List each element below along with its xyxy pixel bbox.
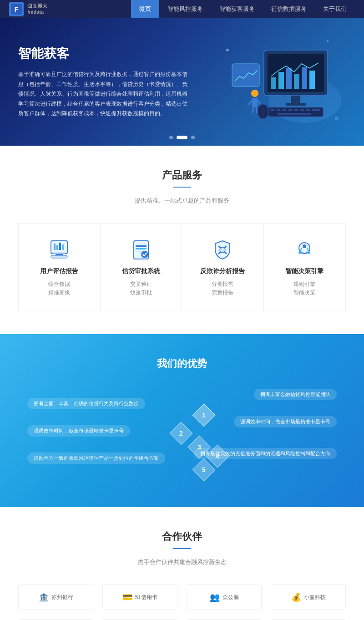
svg-point-50 bbox=[220, 247, 225, 253]
advantages-section: 我们的优势 拥有全面、丰富、准确的信贷行为及跨行业数据 强调效率时间，做全市场最… bbox=[0, 334, 364, 507]
hero-description: 基于准确可靠且广泛的信贷行为及跨行业数据，通过客户的身份基本信息（包括年龄、工作… bbox=[18, 70, 191, 119]
svg-rect-27 bbox=[252, 98, 258, 107]
svg-rect-21 bbox=[312, 109, 320, 111]
product-item-3[interactable]: 反欺诈分析报告 分类报告 完整报告 bbox=[182, 224, 264, 311]
svg-rect-22 bbox=[278, 113, 311, 115]
hero-dots bbox=[169, 136, 195, 139]
partners-divider bbox=[173, 548, 191, 549]
product-icon-3 bbox=[210, 237, 235, 263]
node-4-num: 4 bbox=[216, 452, 219, 460]
product-icon-4 bbox=[292, 237, 317, 263]
svg-rect-40 bbox=[56, 245, 58, 250]
nav-data[interactable]: 征信数据服务 bbox=[263, 0, 315, 18]
dot-1[interactable] bbox=[169, 136, 173, 139]
svg-rect-18 bbox=[294, 109, 298, 111]
products-section: 产品服务 提供精准、一站式卓越的产品和服务 用户评估报告 综合数据 bbox=[0, 146, 364, 334]
product-name-3: 反欺诈分析报告 bbox=[200, 267, 245, 275]
product-icon-1 bbox=[46, 237, 72, 263]
svg-rect-36 bbox=[53, 252, 66, 254]
product-item-1[interactable]: 用户评估报告 综合数据 精准画像 bbox=[19, 224, 101, 311]
product-icon-2 bbox=[128, 237, 154, 263]
adv-label-0: 拥有丰富金融信贷风控智能团队 bbox=[254, 389, 337, 400]
hero-title: 智能获客 bbox=[18, 45, 191, 62]
product-item-2[interactable]: 信贷审批系统 交叉验证 快速审批 bbox=[101, 224, 182, 311]
logo-text: 囧叉翟大 fnidata bbox=[27, 3, 47, 15]
svg-rect-20 bbox=[306, 109, 310, 111]
svg-rect-44 bbox=[136, 245, 147, 247]
navbar: F 囧叉翟大 fnidata 微页 智能风控服务 智能获客服务 征信数据服务 关… bbox=[0, 0, 364, 18]
svg-rect-46 bbox=[136, 251, 143, 252]
svg-point-56 bbox=[308, 251, 310, 254]
partner-icon-2: 💳 bbox=[122, 592, 132, 602]
svg-rect-19 bbox=[300, 109, 304, 111]
partner-2[interactable]: 💳 51信用卡 bbox=[102, 584, 177, 610]
products-divider bbox=[173, 187, 191, 188]
svg-rect-6 bbox=[278, 72, 284, 89]
svg-line-30 bbox=[253, 107, 253, 113]
partner-4[interactable]: 💰 小赢科技 bbox=[271, 584, 346, 610]
svg-rect-8 bbox=[294, 74, 299, 89]
partner-icon-1: 🏦 bbox=[39, 592, 49, 602]
product-desc-2: 交叉验证 快速审批 bbox=[130, 280, 152, 297]
svg-rect-10 bbox=[309, 71, 315, 89]
svg-rect-15 bbox=[277, 109, 280, 111]
partner-icon-4: 💰 bbox=[291, 592, 301, 602]
adv-label-3: 强调效率时间，做全市场最精准卡里卡号 bbox=[27, 425, 130, 437]
navbar-menu: 微页 智能风控服务 智能获客服务 征信数据服务 关于我们 bbox=[131, 0, 355, 18]
dot-2[interactable] bbox=[177, 136, 187, 139]
products-title: 产品服务 bbox=[18, 168, 346, 182]
svg-rect-9 bbox=[302, 67, 307, 89]
advantages-diagram: 拥有全面、丰富、准确的信贷行为及跨行业数据 强调效率时间，做全市场最精准卡里卡号… bbox=[18, 384, 346, 484]
partners-title: 合作伙伴 bbox=[18, 530, 346, 544]
hero-illustration bbox=[191, 27, 346, 137]
nav-risk[interactable]: 智能风控服务 bbox=[159, 0, 211, 18]
svg-rect-17 bbox=[288, 109, 292, 111]
node-5-num: 5 bbox=[202, 466, 206, 473]
partners-grid: 🏦 苏州银行 💳 51信用卡 👥 众公源 💰 小赢科技 📊 证大财富 🏛 国家金… bbox=[18, 584, 346, 620]
partner-1[interactable]: 🏦 苏州银行 bbox=[18, 584, 93, 610]
hero-section: 智能获客 基于准确可靠且广泛的信贷行为及跨行业数据，通过客户的身份基本信息（包括… bbox=[0, 18, 364, 146]
product-item-4[interactable]: 智能决策引擎 规则引擎 智能决策 bbox=[264, 224, 346, 311]
partner-name-1: 苏州银行 bbox=[51, 594, 73, 601]
svg-rect-5 bbox=[271, 77, 276, 89]
svg-point-52 bbox=[303, 244, 306, 248]
svg-point-34 bbox=[335, 117, 339, 120]
product-desc-1: 综合数据 精准画像 bbox=[48, 280, 70, 297]
svg-point-33 bbox=[327, 40, 329, 42]
svg-rect-38 bbox=[51, 255, 67, 258]
svg-rect-11 bbox=[291, 96, 300, 103]
products-grid: 用户评估报告 综合数据 精准画像 信贷审批系统 交叉验证 bbox=[18, 223, 346, 311]
partner-icon-3: 👥 bbox=[210, 592, 220, 602]
dot-3[interactable] bbox=[191, 136, 195, 139]
partners-section: 合作伙伴 携手合作伙伴共建金融风控新生态 🏦 苏州银行 💳 51信用卡 👥 众公… bbox=[0, 507, 364, 620]
svg-point-55 bbox=[298, 251, 301, 254]
svg-line-28 bbox=[248, 100, 252, 105]
svg-point-32 bbox=[226, 49, 229, 51]
svg-rect-13 bbox=[268, 107, 323, 117]
hero-content: 智能获客 基于准确可靠且广泛的信贷行为及跨行业数据，通过客户的身份基本信息（包括… bbox=[18, 45, 191, 119]
svg-rect-12 bbox=[286, 103, 306, 106]
adv-label-2: 强调效率时间，做全市场最精准卡里卡号 bbox=[234, 416, 337, 427]
svg-text:F: F bbox=[15, 6, 19, 13]
product-name-2: 信贷审批系统 bbox=[122, 267, 160, 275]
adv-label-4: 搭配全方一致的收款风控评估产品一步到位的全组合方案 bbox=[27, 452, 165, 464]
svg-line-31 bbox=[256, 107, 257, 113]
svg-rect-39 bbox=[54, 244, 56, 250]
partner-3[interactable]: 👥 众公源 bbox=[187, 584, 262, 610]
svg-rect-25 bbox=[232, 64, 259, 86]
adv-label-1: 拥有全面、丰富、准确的信贷行为及跨行业数据 bbox=[27, 398, 145, 409]
nav-about[interactable]: 关于我们 bbox=[315, 0, 355, 18]
partner-name-3: 众公源 bbox=[222, 594, 239, 601]
navbar-logo: F 囧叉翟大 fnidata bbox=[9, 2, 47, 16]
svg-rect-7 bbox=[286, 68, 292, 89]
node-2: 2 bbox=[170, 422, 193, 445]
svg-rect-14 bbox=[271, 109, 274, 111]
advantages-title: 我们的优势 bbox=[18, 357, 346, 371]
nav-acquire[interactable]: 智能获客服务 bbox=[211, 0, 263, 18]
nav-home[interactable]: 微页 bbox=[131, 0, 159, 18]
product-desc-3: 分类报告 完整报告 bbox=[212, 280, 233, 297]
svg-point-47 bbox=[141, 251, 148, 258]
svg-rect-41 bbox=[59, 243, 61, 250]
svg-line-29 bbox=[258, 100, 260, 104]
partner-name-2: 51信用卡 bbox=[135, 594, 157, 601]
